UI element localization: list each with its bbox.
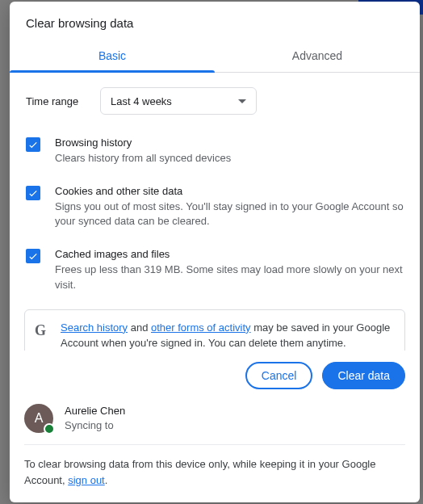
clear-browsing-data-dialog: Clear browsing data Basic Advanced Time … <box>10 2 420 502</box>
signout-note: To clear browsing data from this device … <box>10 445 420 502</box>
checkbox-cache[interactable] <box>26 249 40 263</box>
item-desc: Clears history from all synced devices <box>55 151 231 166</box>
item-title: Browsing history <box>55 136 231 151</box>
google-icon: G <box>35 320 46 342</box>
cancel-button[interactable]: Cancel <box>245 362 313 389</box>
checkbox-cookies[interactable] <box>26 186 40 200</box>
check-icon <box>27 139 39 150</box>
check-icon <box>27 187 39 199</box>
chevron-down-icon <box>238 99 246 103</box>
account-status: Syncing to <box>65 418 125 433</box>
tab-basic[interactable]: Basic <box>10 41 215 72</box>
tab-advanced[interactable]: Advanced <box>215 41 420 72</box>
item-title: Cached images and files <box>55 247 405 262</box>
other-activity-link[interactable]: other forms of activity <box>151 321 251 334</box>
search-history-link[interactable]: Search history <box>61 321 128 334</box>
item-title: Cookies and other site data <box>55 184 405 200</box>
google-info-box: G Search history and other forms of acti… <box>24 309 405 351</box>
dialog-scroll-area[interactable]: Time range Last 4 weeks Browsing history… <box>10 73 420 351</box>
dialog-footer: Cancel Clear data <box>10 351 420 397</box>
time-range-value: Last 4 weeks <box>111 95 172 107</box>
item-browsing-history: Browsing history Clears history from all… <box>26 123 410 171</box>
account-name: Aurelie Chen <box>65 404 125 418</box>
account-row: A Aurelie Chen Syncing to <box>10 397 420 444</box>
time-range-select[interactable]: Last 4 weeks <box>100 87 257 115</box>
item-desc: Signs you out of most sites. You'll stay… <box>55 200 405 230</box>
dialog-title: Clear browsing data <box>10 2 420 41</box>
checkbox-browsing-history[interactable] <box>26 137 40 152</box>
item-desc: Frees up less than 319 MB. Some sites ma… <box>55 262 405 293</box>
avatar: A <box>24 404 53 433</box>
tabs: Basic Advanced <box>10 41 420 73</box>
item-cookies: Cookies and other site data Signs you ou… <box>26 171 410 235</box>
sign-out-link[interactable]: sign out <box>68 474 105 486</box>
clear-data-button[interactable]: Clear data <box>322 362 405 389</box>
check-icon <box>27 250 39 262</box>
sync-badge-icon <box>44 423 55 435</box>
item-cache: Cached images and files Frees up less th… <box>26 234 410 298</box>
time-range-label: Time range <box>26 95 87 107</box>
